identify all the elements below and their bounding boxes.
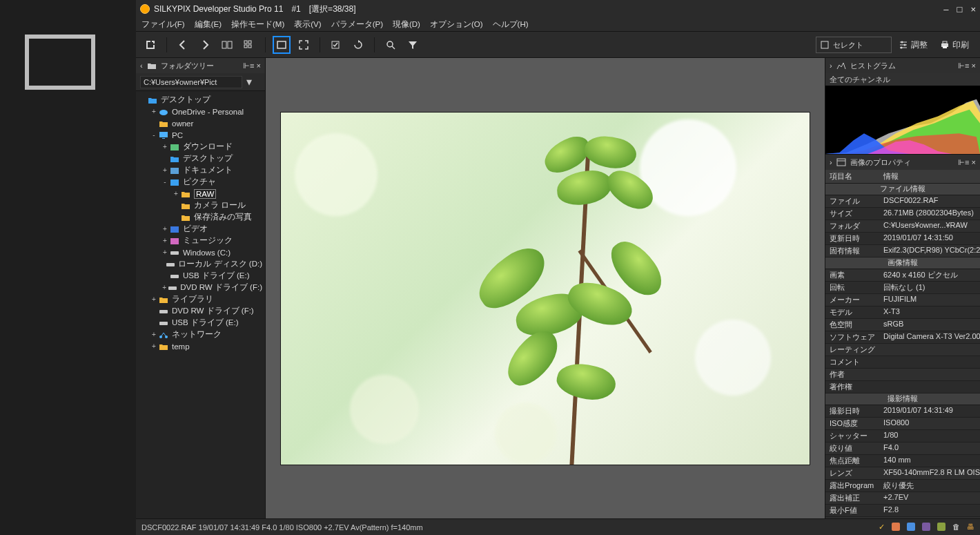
menu-item[interactable]: ヘルプ(H) xyxy=(493,19,529,30)
tree-item[interactable]: +ミュージック xyxy=(136,235,265,246)
menu-item[interactable]: 編集(E) xyxy=(195,19,222,30)
properties-table[interactable]: 項目名情報ファイル情報ファイルDSCF0022.RAFサイズ26.71MB (2… xyxy=(825,170,980,518)
tree-item[interactable]: 保存済みの写真 xyxy=(136,211,265,223)
tree-item[interactable]: +DVD RW ドライブ (F:) xyxy=(136,282,265,293)
single-view-button[interactable] xyxy=(273,36,291,54)
next-image-button[interactable] xyxy=(196,36,214,54)
tree-item[interactable]: +RAW xyxy=(136,188,265,200)
prop-value: DSCF0022.RAF xyxy=(879,195,980,207)
expand-icon[interactable]: + xyxy=(161,249,169,256)
tree-item[interactable]: +ネットワーク xyxy=(136,329,265,340)
thumb-view-button[interactable] xyxy=(240,36,258,54)
status-print-icon[interactable]: 🖶 xyxy=(967,523,974,532)
hist-pin-button[interactable]: ⊩≡ × xyxy=(958,61,976,70)
menu-item[interactable]: オプション(O) xyxy=(430,19,483,30)
expand-icon[interactable]: + xyxy=(150,342,158,350)
tree-item[interactable]: DVD RW ドライブ (F:) xyxy=(136,305,265,317)
expand-icon[interactable]: + xyxy=(161,284,168,291)
expand-icon[interactable]: - xyxy=(150,131,158,139)
tree-item[interactable]: +ダウンロード xyxy=(136,141,265,153)
grid-view-button[interactable] xyxy=(218,36,236,54)
prop-row: 色空間sRGB xyxy=(825,319,980,331)
expand-icon[interactable]: + xyxy=(150,331,158,338)
folder-tree-icon xyxy=(147,61,157,70)
svg-rect-28 xyxy=(159,310,168,313)
expand-icon[interactable]: + xyxy=(161,143,169,150)
select-mode-dropdown[interactable]: セレクト xyxy=(816,37,892,53)
status-swatch-3[interactable] xyxy=(922,523,930,531)
prop-pin-button[interactable]: ⊩≡ × xyxy=(958,158,976,167)
tree-item[interactable]: -ピクチャ xyxy=(136,176,265,188)
maximize-button[interactable]: □ xyxy=(957,4,963,14)
histogram-channels[interactable]: 全てのチャンネル xyxy=(825,73,980,86)
prop-collapse-button[interactable]: › xyxy=(830,158,832,166)
tree-item[interactable]: +ドキュメント xyxy=(136,164,265,176)
prop-value: F2.8 xyxy=(879,505,980,516)
image-viewport[interactable] xyxy=(266,58,825,518)
menu-item[interactable]: 表示(V) xyxy=(294,19,321,30)
expand-icon[interactable]: + xyxy=(150,295,158,303)
tree-item[interactable]: +Windows (C:) xyxy=(136,246,265,258)
tree-item[interactable]: カメラ ロール xyxy=(136,200,265,211)
open-folder-button[interactable] xyxy=(256,78,257,86)
expand-icon[interactable]: + xyxy=(161,166,169,174)
prop-row: 画素6240 x 4160 ピクセル xyxy=(825,269,980,282)
prop-col-val: 情報 xyxy=(879,170,903,183)
rotate-button[interactable] xyxy=(349,36,367,54)
svg-rect-18 xyxy=(162,138,165,139)
status-check-icon[interactable]: ✓ xyxy=(879,523,885,532)
menu-item[interactable]: 現像(D) xyxy=(393,19,420,30)
tree-item[interactable]: +OneDrive - Personal xyxy=(136,106,265,117)
prop-row: モデルX-T3 xyxy=(825,307,980,319)
fullscreen-button[interactable] xyxy=(295,36,313,54)
svg-rect-9 xyxy=(821,41,828,48)
adjust-panel-button[interactable]: 調整 xyxy=(893,40,933,50)
tree-item[interactable]: USB ドライブ (E:) xyxy=(136,270,265,282)
prop-value: 回転なし (1) xyxy=(879,282,980,293)
svg-rect-22 xyxy=(170,226,179,233)
folder-icon xyxy=(180,201,191,211)
prop-value: X-T3 xyxy=(879,307,980,318)
check-tool-button[interactable] xyxy=(327,36,345,54)
tree-item[interactable]: -PC xyxy=(136,129,265,141)
folder-icon xyxy=(180,189,191,199)
status-swatch-4[interactable] xyxy=(937,523,945,531)
tree-item[interactable]: +temp xyxy=(136,340,265,352)
print-button[interactable]: 印刷 xyxy=(934,40,974,50)
minimize-button[interactable]: – xyxy=(943,4,948,14)
menu-item[interactable]: 操作モード(M) xyxy=(231,19,284,30)
prev-image-button[interactable] xyxy=(174,36,192,54)
search-button[interactable] xyxy=(382,36,400,54)
expand-icon[interactable]: + xyxy=(161,237,169,244)
tree-item[interactable]: ローカル ディスク (D:) xyxy=(136,258,265,270)
expand-icon[interactable]: + xyxy=(150,108,158,115)
tree-item[interactable]: デスクトップ xyxy=(136,153,265,164)
expand-icon[interactable]: + xyxy=(161,225,169,233)
tree-item[interactable]: owner xyxy=(136,117,265,129)
hist-collapse-button[interactable]: › xyxy=(830,61,832,70)
svg-rect-23 xyxy=(170,238,179,244)
tree-item[interactable]: USB ドライブ (E:) xyxy=(136,317,265,329)
filter-button[interactable] xyxy=(404,36,422,54)
tree-item[interactable]: +ライブラリ xyxy=(136,293,265,305)
status-swatch-2[interactable] xyxy=(907,523,915,531)
dropdown-icon[interactable]: ▾ xyxy=(246,75,252,88)
path-input[interactable] xyxy=(140,76,242,88)
expand-icon[interactable]: - xyxy=(161,178,169,186)
panel-collapse-button[interactable]: ‹ xyxy=(140,61,143,70)
pin-button[interactable]: ⊩≡ × xyxy=(243,61,261,70)
menu-item[interactable]: パラメータ(P) xyxy=(331,19,383,30)
expand-icon[interactable]: + xyxy=(172,190,180,197)
status-swatch-1[interactable] xyxy=(892,523,900,531)
folder-tree[interactable]: デスクトップ+OneDrive - Personalowner-PC+ダウンロー… xyxy=(136,91,265,518)
status-trash-icon[interactable]: 🗑 xyxy=(952,523,960,532)
tree-item-label: カメラ ロール xyxy=(194,200,246,211)
refresh-button[interactable] xyxy=(261,77,262,87)
prop-row: 著作権 xyxy=(825,381,980,393)
tree-item[interactable]: +ビデオ xyxy=(136,223,265,235)
tree-item[interactable]: デスクトップ xyxy=(136,94,265,106)
close-button[interactable]: × xyxy=(970,4,976,14)
menu-item[interactable]: ファイル(F) xyxy=(141,19,185,30)
export-button[interactable] xyxy=(141,36,159,54)
prop-value: FUJIFILM xyxy=(879,294,980,306)
